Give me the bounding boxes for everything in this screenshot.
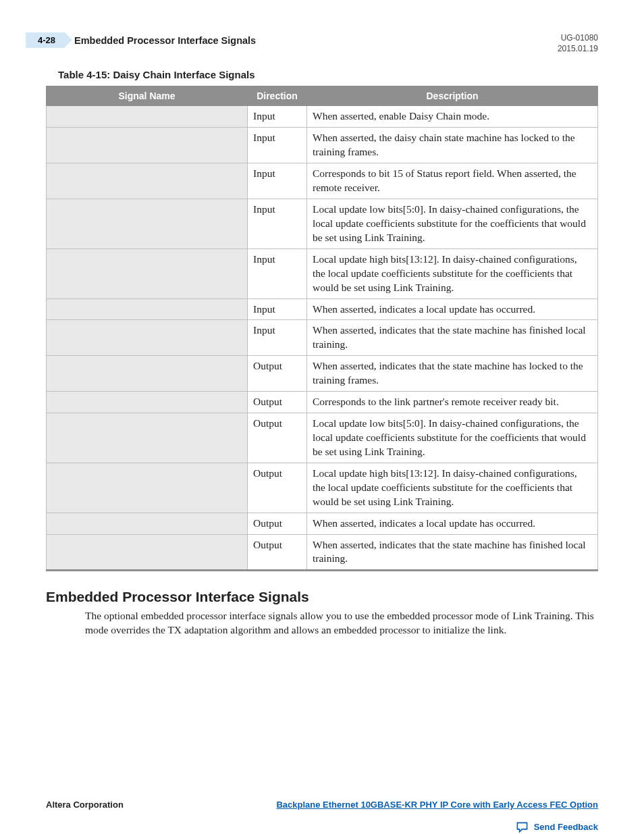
cell-direction: Output <box>248 356 307 392</box>
cell-signal-name <box>47 463 248 513</box>
cell-description: Local update low bits[5:0]. In daisy-cha… <box>307 413 598 463</box>
send-feedback[interactable]: Send Feedback <box>516 821 598 833</box>
doc-id: UG-01080 <box>558 32 598 43</box>
table-row: OutputWhen asserted, indicates that the … <box>47 534 598 571</box>
cell-signal-name <box>47 249 248 298</box>
cell-description: Corresponds to bit 15 of Status report f… <box>307 163 598 199</box>
table-row: InputWhen asserted, indicates a local up… <box>47 298 598 320</box>
cell-description: Local update high bits[13:12]. In daisy-… <box>307 463 598 513</box>
cell-direction: Input <box>248 106 307 128</box>
footer-doc-link[interactable]: Backplane Ethernet 10GBASE-KR PHY IP Cor… <box>276 800 598 810</box>
page-header: 4-28 Embedded Processor Interface Signal… <box>46 32 598 54</box>
cell-description: When asserted, indicates that the state … <box>307 356 598 392</box>
cell-description: When asserted, indicates that the state … <box>307 320 598 356</box>
table-row: InputLocal update high bits[13:12]. In d… <box>47 249 598 298</box>
cell-direction: Input <box>248 298 307 320</box>
cell-description: When asserted, indicates a local update … <box>307 298 598 320</box>
header-left: 4-28 Embedded Processor Interface Signal… <box>46 32 256 48</box>
cell-direction: Output <box>248 463 307 513</box>
cell-direction: Input <box>248 128 307 163</box>
cell-description: When asserted, indicates that the state … <box>307 534 598 571</box>
cell-description: When asserted, indicates a local update … <box>307 513 598 534</box>
th-direction: Direction <box>248 86 307 106</box>
doc-date: 2015.01.19 <box>558 43 598 54</box>
signals-table: Signal Name Direction Description InputW… <box>46 86 598 571</box>
cell-direction: Output <box>248 392 307 413</box>
cell-signal-name <box>47 320 248 356</box>
cell-signal-name <box>47 513 248 534</box>
footer-company: Altera Corporation <box>46 800 124 810</box>
table-row: InputWhen asserted, indicates that the s… <box>47 320 598 356</box>
cell-signal-name <box>47 534 248 571</box>
table-row: InputWhen asserted, enable Daisy Chain m… <box>47 106 598 128</box>
page-footer: Altera Corporation Backplane Ethernet 10… <box>46 800 598 810</box>
table-caption: Table 4-15: Daisy Chain Interface Signal… <box>58 69 598 80</box>
cell-description: When asserted, enable Daisy Chain mode. <box>307 106 598 128</box>
cell-direction: Input <box>248 199 307 249</box>
cell-direction: Input <box>248 320 307 356</box>
cell-description: Local update high bits[13:12]. In daisy-… <box>307 249 598 298</box>
cell-signal-name <box>47 298 248 320</box>
send-feedback-link[interactable]: Send Feedback <box>534 822 598 832</box>
cell-signal-name <box>47 356 248 392</box>
running-section-title: Embedded Processor Interface Signals <box>74 35 256 46</box>
table-row: OutputLocal update high bits[13:12]. In … <box>47 463 598 513</box>
cell-signal-name <box>47 128 248 163</box>
table-row: OutputCorresponds to the link partner's … <box>47 392 598 413</box>
table-row: InputWhen asserted, the daisy chain stat… <box>47 128 598 163</box>
table-row: OutputWhen asserted, indicates a local u… <box>47 513 598 534</box>
cell-direction: Output <box>248 413 307 463</box>
table-row: InputCorresponds to bit 15 of Status rep… <box>47 163 598 199</box>
doc-metadata: UG-01080 2015.01.19 <box>558 32 598 54</box>
cell-direction: Output <box>248 513 307 534</box>
cell-signal-name <box>47 106 248 128</box>
cell-direction: Input <box>248 249 307 298</box>
section-paragraph: The optional embedded processor interfac… <box>85 609 598 637</box>
th-signal-name: Signal Name <box>47 86 248 106</box>
page-number-tag: 4-28 <box>26 32 65 48</box>
cell-direction: Input <box>248 163 307 199</box>
cell-signal-name <box>47 163 248 199</box>
table-header-row: Signal Name Direction Description <box>47 86 598 106</box>
cell-description: Corresponds to the link partner's remote… <box>307 392 598 413</box>
speech-bubble-icon <box>516 821 529 833</box>
cell-direction: Output <box>248 534 307 571</box>
table-row: InputLocal update low bits[5:0]. In dais… <box>47 199 598 249</box>
table-row: OutputWhen asserted, indicates that the … <box>47 356 598 392</box>
table-row: OutputLocal update low bits[5:0]. In dai… <box>47 413 598 463</box>
cell-description: When asserted, the daisy chain state mac… <box>307 128 598 163</box>
cell-description: Local update low bits[5:0]. In daisy-cha… <box>307 199 598 249</box>
th-description: Description <box>307 86 598 106</box>
section-heading: Embedded Processor Interface Signals <box>46 589 598 605</box>
cell-signal-name <box>47 199 248 249</box>
cell-signal-name <box>47 392 248 413</box>
cell-signal-name <box>47 413 248 463</box>
